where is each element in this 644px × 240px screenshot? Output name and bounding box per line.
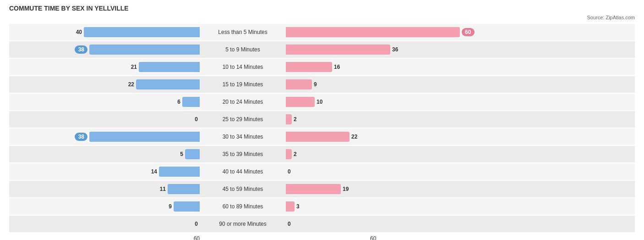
chart-row: 11 45 to 59 Minutes 19 — [9, 181, 635, 197]
left-bar-wrapper: 5 — [26, 149, 200, 159]
female-value: 22 — [351, 134, 364, 140]
right-bar-container: 22 — [284, 132, 635, 142]
female-value: 36 — [392, 46, 405, 53]
left-bar-container: 14 — [9, 167, 202, 177]
row-label: 30 to 34 Minutes — [202, 134, 284, 140]
female-bar — [286, 184, 341, 194]
male-bar — [168, 184, 200, 194]
right-bar-container: 2 — [284, 114, 635, 124]
left-bar-wrapper: 38 — [26, 132, 200, 142]
axis-right-value: 60 — [284, 235, 635, 240]
right-bar-container: 16 — [284, 62, 635, 72]
female-bar — [286, 27, 460, 37]
female-value: 0 — [288, 221, 300, 227]
chart-title: COMMUTE TIME BY SEX IN YELLVILLE — [9, 5, 635, 12]
left-bar-container: 5 — [9, 149, 202, 159]
male-value: 0 — [185, 116, 198, 123]
chart-row: 0 25 to 29 Minutes 2 — [9, 111, 635, 128]
female-value: 3 — [296, 203, 309, 210]
male-value: 5 — [170, 151, 183, 157]
chart-area: 40 Less than 5 Minutes 60 38 5 to 9 Minu… — [9, 24, 635, 240]
left-bar-container: 11 — [9, 184, 202, 194]
right-bar-container: 9 — [284, 79, 635, 89]
male-value: 6 — [168, 99, 180, 105]
row-label: Less than 5 Minutes — [202, 29, 284, 35]
axis-row: 60 60 — [9, 234, 635, 240]
row-label: 10 to 14 Minutes — [202, 64, 284, 70]
left-bar-wrapper: 0 — [26, 219, 200, 229]
left-bar-container: 0 — [9, 219, 202, 229]
chart-row: 21 10 to 14 Minutes 16 — [9, 59, 635, 75]
female-bar — [286, 149, 292, 159]
source-text: Source: ZipAtlas.com — [9, 15, 635, 20]
chart-row: 0 90 or more Minutes 0 — [9, 216, 635, 232]
female-bar — [286, 97, 315, 107]
row-label: 90 or more Minutes — [202, 221, 284, 227]
row-label: 35 to 39 Minutes — [202, 151, 284, 157]
left-bar-container: 22 — [9, 79, 202, 89]
left-bar-wrapper: 40 — [26, 27, 200, 37]
right-bar-container: 19 — [284, 184, 635, 194]
male-value: 22 — [121, 81, 134, 88]
right-bar-container: 2 — [284, 149, 635, 159]
female-bar — [286, 45, 390, 55]
male-bar — [136, 79, 200, 89]
female-value: 19 — [343, 186, 355, 192]
left-bar-wrapper: 14 — [26, 167, 200, 177]
right-bar-container: 10 — [284, 97, 635, 107]
right-bar-container: 60 — [284, 27, 635, 37]
left-bar-wrapper: 9 — [26, 201, 200, 212]
left-bar-wrapper: 6 — [26, 97, 200, 107]
left-bar-container: 0 — [9, 114, 202, 124]
male-bar — [89, 45, 200, 55]
male-bar — [84, 27, 200, 37]
right-bar-container: 3 — [284, 201, 635, 212]
left-bar-wrapper: 38 — [26, 45, 200, 55]
left-bar-wrapper: 21 — [26, 62, 200, 72]
row-label: 45 to 59 Minutes — [202, 186, 284, 192]
female-value: 16 — [334, 64, 347, 70]
female-bar — [286, 132, 349, 142]
female-value: 10 — [317, 99, 329, 105]
male-value: 11 — [153, 186, 166, 192]
male-bar — [185, 149, 200, 159]
chart-row: 14 40 to 44 Minutes 0 — [9, 163, 635, 180]
chart-row: 38 5 to 9 Minutes 36 — [9, 41, 635, 58]
male-value: 38 — [75, 133, 87, 141]
row-label: 40 to 44 Minutes — [202, 168, 284, 175]
right-bar-container: 36 — [284, 45, 635, 55]
female-bar — [286, 62, 332, 72]
row-label: 20 to 24 Minutes — [202, 99, 284, 105]
chart-row: 5 35 to 39 Minutes 2 — [9, 146, 635, 162]
left-bar-container: 38 — [9, 45, 202, 55]
chart-row: 22 15 to 19 Minutes 9 — [9, 76, 635, 93]
male-bar — [89, 132, 200, 142]
axis-left-value: 60 — [9, 235, 202, 240]
female-value: 60 — [462, 28, 475, 36]
male-value: 14 — [144, 168, 157, 175]
female-value: 9 — [314, 81, 327, 88]
male-value: 9 — [159, 203, 172, 210]
left-bar-wrapper: 11 — [26, 184, 200, 194]
left-bar-container: 6 — [9, 97, 202, 107]
row-label: 60 to 89 Minutes — [202, 203, 284, 210]
row-label: 25 to 29 Minutes — [202, 116, 284, 123]
left-bar-container: 21 — [9, 62, 202, 72]
chart-row: 9 60 to 89 Minutes 3 — [9, 198, 635, 215]
male-value: 21 — [124, 64, 137, 70]
male-value: 0 — [185, 221, 198, 227]
row-label: 15 to 19 Minutes — [202, 81, 284, 88]
male-bar — [174, 201, 200, 212]
right-bar-container: 0 — [284, 219, 635, 229]
male-bar — [182, 97, 200, 107]
chart-row: 38 30 to 34 Minutes 22 — [9, 128, 635, 145]
chart-row: 40 Less than 5 Minutes 60 — [9, 24, 635, 40]
left-bar-container: 38 — [9, 132, 202, 142]
male-value: 40 — [69, 29, 82, 35]
left-bar-container: 9 — [9, 201, 202, 212]
female-value: 0 — [288, 168, 300, 175]
row-label: 5 to 9 Minutes — [202, 46, 284, 53]
female-bar — [286, 79, 312, 89]
right-bar-container: 0 — [284, 167, 635, 177]
female-bar — [286, 114, 292, 124]
